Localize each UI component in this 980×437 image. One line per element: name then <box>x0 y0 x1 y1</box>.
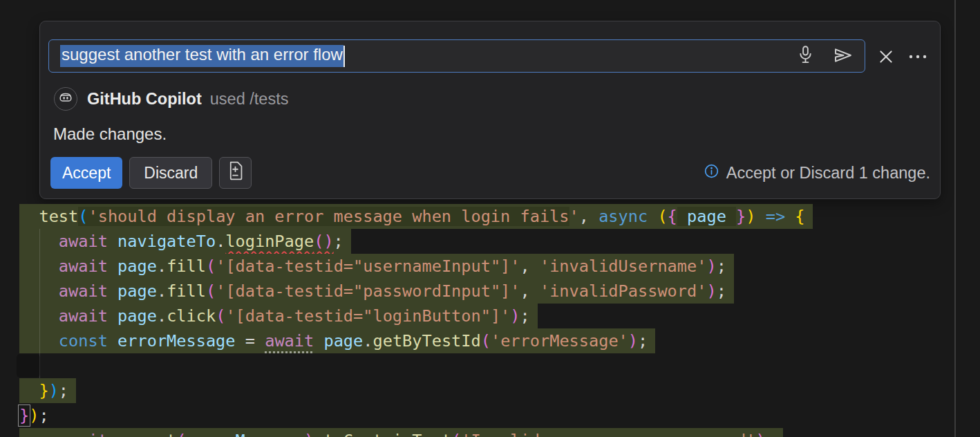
code-token: 'invalidPassword' <box>540 281 706 301</box>
text-cursor <box>343 46 346 67</box>
code-token <box>108 281 117 301</box>
code-token: ) <box>755 431 765 437</box>
code-token <box>19 381 39 400</box>
code-token <box>19 207 39 226</box>
send-icon <box>833 46 854 67</box>
code-token: ) <box>706 257 716 276</box>
code-token: . <box>363 331 373 351</box>
code-token: , <box>520 281 540 301</box>
code-token <box>756 207 766 226</box>
slash-command-used: used /tests <box>210 90 289 109</box>
code-token: fill <box>167 257 206 276</box>
code-token: click <box>167 306 216 326</box>
code-token: => <box>766 207 785 226</box>
inline-chat-widget: suggest another test with an error flow <box>39 21 941 199</box>
indent-guide <box>39 254 40 279</box>
code-token: , <box>520 257 540 276</box>
code-token: loginPage <box>225 232 314 251</box>
code-token: = <box>236 331 265 351</box>
code-token: 'invalidUsername' <box>540 257 706 276</box>
copilot-logo-icon <box>58 90 73 108</box>
close-icon <box>877 48 895 68</box>
code-token: '[data-testid="passwordInput"]' <box>216 281 520 301</box>
code-line[interactable]: const errorMessage = await page.getByTes… <box>0 328 980 353</box>
code-token <box>108 331 117 351</box>
code-token: page <box>117 306 157 326</box>
send-button[interactable] <box>833 46 854 67</box>
response-header: GitHub Copilot used /tests <box>54 87 288 111</box>
code-token: test <box>39 207 78 226</box>
code-token <box>314 331 323 351</box>
code-token: ( <box>657 207 667 226</box>
code-token: const <box>59 331 108 351</box>
code-token: ; <box>717 281 726 301</box>
code-token: () <box>314 232 333 251</box>
code-token: ) <box>706 281 716 301</box>
code-token: 'errorMessage' <box>491 331 628 351</box>
code-token: 'Invalid username or password' <box>461 431 755 437</box>
change-status: Accept or Discard 1 change. <box>704 157 930 189</box>
code-token: ; <box>39 406 48 425</box>
code-token: . <box>157 306 167 326</box>
code-token: } <box>736 207 746 226</box>
code-token: navigateTo <box>117 232 216 251</box>
code-token: ) <box>29 406 39 425</box>
code-token: ) <box>49 381 59 400</box>
code-token: ( <box>216 306 225 326</box>
code-token: ; <box>638 331 648 351</box>
code-token <box>108 257 117 276</box>
code-token: '[data-testid="usernameInput"]' <box>216 257 520 276</box>
code-editor[interactable]: test('should display an error message wh… <box>0 204 980 428</box>
code-line[interactable]: test('should display an error message wh… <box>0 204 980 229</box>
code-token: fill <box>167 281 206 301</box>
code-token: ( <box>176 431 186 437</box>
discard-button[interactable]: Discard <box>129 157 212 189</box>
code-token: ; <box>717 257 726 276</box>
code-token: expect <box>117 431 176 437</box>
code-token: errorMessage <box>117 331 235 351</box>
code-token: . <box>157 257 167 276</box>
code-token: } <box>19 406 29 425</box>
indent-guide <box>39 304 40 328</box>
code-token: ' <box>569 207 579 226</box>
code-token: . <box>157 281 167 301</box>
code-token: ( <box>451 431 461 437</box>
code-token <box>785 207 795 226</box>
code-token: toContainText <box>323 431 451 437</box>
accept-button[interactable]: Accept <box>50 157 122 189</box>
diff-file-icon <box>227 161 243 185</box>
code-line[interactable]: await expect(errorMessage).toContainText… <box>0 353 980 378</box>
change-status-text: Accept or Discard 1 change. <box>726 164 930 183</box>
code-token: . <box>216 232 225 251</box>
toggle-diff-button[interactable] <box>219 157 252 189</box>
code-token <box>108 232 117 251</box>
info-icon <box>704 163 719 183</box>
code-line[interactable]: }); <box>0 403 980 428</box>
code-token: ( <box>206 281 216 301</box>
code-token <box>108 431 117 437</box>
code-line[interactable]: await page.click('[data-testid="loginBut… <box>0 304 980 328</box>
more-actions-button[interactable] <box>907 48 928 68</box>
code-line[interactable]: await page.fill('[data-testid="passwordI… <box>0 279 980 304</box>
more-icon <box>907 48 928 68</box>
code-line[interactable]: }); <box>0 378 980 403</box>
code-token: { <box>668 207 677 226</box>
microphone-button[interactable] <box>796 45 815 67</box>
code-line[interactable]: await navigateTo.loginPage(); <box>0 229 980 254</box>
code-token: 'should display an error message when lo… <box>88 207 569 226</box>
code-token: ; <box>334 232 343 251</box>
code-token: , <box>579 207 599 226</box>
code-token: await <box>59 232 108 251</box>
code-token: ( <box>78 207 88 226</box>
code-token: ) <box>304 431 314 437</box>
code-token: page <box>117 281 157 301</box>
code-line[interactable]: await page.fill('[data-testid="usernameI… <box>0 254 980 279</box>
code-token: ( <box>206 257 216 276</box>
code-token: ) <box>746 207 755 226</box>
indent-guide <box>39 229 40 254</box>
code-token: { <box>795 207 804 226</box>
code-token: await <box>59 306 108 326</box>
code-token: ; <box>520 306 530 326</box>
chat-input[interactable]: suggest another test with an error flow <box>48 39 865 73</box>
close-button[interactable] <box>877 48 895 68</box>
